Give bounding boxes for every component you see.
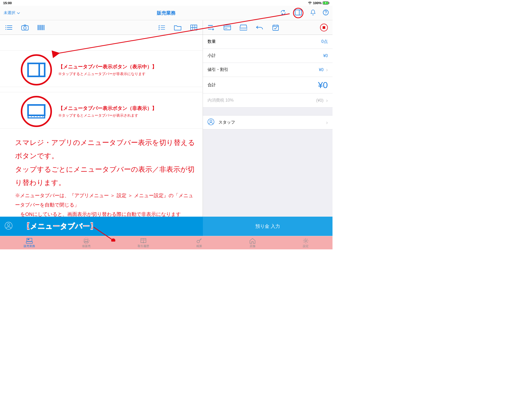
svg-rect-2 [329,2,329,4]
status-time: 15:00 [3,1,12,5]
svg-point-69 [305,240,307,242]
toolbar [0,20,332,35]
svg-point-61 [83,238,89,244]
camera-icon[interactable] [21,24,29,31]
chevron-right-icon: › [326,119,328,125]
undo-icon[interactable] [256,24,263,31]
tabbar-toggle-button[interactable] [293,8,303,18]
add-line-icon[interactable] [208,24,215,31]
deposit-input-button[interactable]: 預り金 入力 [203,217,332,236]
svg-point-46 [31,116,32,117]
bell-icon[interactable] [310,9,316,17]
svg-point-11 [5,27,6,28]
staff-row[interactable]: スタッフ › [203,115,332,129]
tab-label: 店舗 [250,244,255,248]
tab-label: 販売業務 [24,244,35,248]
svg-rect-42 [28,63,45,76]
svg-rect-17 [40,25,41,30]
gear-icon [303,238,309,244]
summary-pane: 数量 0点 小計 ¥0 値引・割引 ¥0 › 合計 ¥0 内消費税 10% (¥… [203,35,332,217]
list-icon[interactable] [5,24,12,31]
nav-category-selector[interactable]: 未選択 [4,10,157,15]
tab-label: 取引履歴 [138,244,149,248]
action-bar-left[interactable]: 【メニュータブバー】 [0,217,203,236]
annotation-title: 【メニュータブバー表示ボタン（表示中）】 [58,63,157,70]
total-value: ¥0 [318,80,328,90]
summary-total-row: 合計 ¥0 [203,77,332,94]
annotation-note: ※タップするとメニュータブバーが非表示になります [58,72,157,76]
tab-store[interactable]: 店舗 [249,238,256,248]
svg-rect-16 [39,25,39,30]
annotation-callout-hidden: 【メニュータブバー表示ボタン（非表示）】 ※タップするとメニュータブバーが表示さ… [21,96,157,127]
svg-rect-45 [28,115,45,118]
summary-discount-row[interactable]: 値引・割引 ¥0 › [203,63,332,77]
svg-rect-62 [85,240,88,241]
nav-category-label: 未選択 [4,10,15,15]
svg-point-47 [34,116,35,117]
wifi-icon [308,1,312,4]
tab-label: 設定 [303,244,309,248]
record-stop-button[interactable] [320,24,328,31]
tab-sales[interactable]: 販売業務 [24,238,35,248]
stop-icon [323,26,325,29]
svg-rect-38 [273,25,278,30]
tab-history[interactable]: 取引履歴 [138,238,149,248]
svg-point-12 [5,29,6,30]
help-icon[interactable] [323,9,329,17]
sync-icon[interactable] [280,9,286,17]
svg-rect-18 [41,25,42,30]
svg-rect-20 [43,25,44,30]
summary-tax-row[interactable]: 内消費税 10% (¥0) › [203,94,332,108]
chevron-right-icon: › [326,97,328,103]
svg-rect-15 [38,25,38,30]
card-icon[interactable] [224,24,231,31]
tab-settings[interactable]: 設定 [303,238,309,248]
annotation-description: スマレジ・アプリのメニュータブバー表示を切り替えるボタンです。 タップするごとに… [15,136,197,219]
tab-label: 精算 [196,244,202,248]
svg-rect-3 [295,10,301,15]
svg-rect-19 [42,25,43,30]
svg-point-14 [24,26,26,29]
tab-label: 仮販売 [82,244,91,248]
summary-subtotal-row: 小計 ¥0 [203,49,332,63]
svg-point-48 [37,116,38,117]
key-icon [196,238,202,244]
checklist-icon[interactable] [158,24,165,31]
svg-rect-59 [26,242,32,243]
drawer-icon[interactable] [240,24,247,31]
svg-point-68 [197,240,200,243]
svg-point-6 [325,14,326,14]
tab-settlement[interactable]: 精算 [196,238,202,248]
summary-qty-row: 数量 0点 [203,35,332,49]
calendar-check-icon[interactable] [272,24,279,31]
svg-rect-13 [22,26,28,30]
annotation-tabbar-label: 【メニュータブバー】 [23,221,97,231]
subtotal-label: 小計 [208,53,216,58]
annotation-ring-shown [21,54,52,85]
action-bar: 【メニュータブバー】 預り金 入力 [0,217,332,236]
svg-rect-34 [224,25,231,30]
svg-rect-63 [84,242,88,243]
annotation-note: ※タップするとメニュータブバーが表示されます [58,113,157,118]
subtotal-value: ¥0 [323,54,328,58]
barcode-icon[interactable] [37,24,45,31]
battery-percent: 100% [313,1,322,5]
svg-point-50 [43,116,43,117]
nav-bar: 未選択 販売業務 [0,6,332,20]
annotation-title: 【メニュータブバー表示ボタン（非表示）】 [58,105,157,112]
svg-point-52 [210,120,212,122]
tax-value: (¥0) [316,98,323,103]
menu-tab-bar: 販売業務 仮販売 取引履歴 精算 店舗 設定 [0,236,332,249]
product-list-pane: 【メニュータブバー表示ボタン（表示中）】 ※タップするとメニュータブバーが非表示… [0,35,203,217]
book-icon [140,238,147,244]
svg-rect-44 [28,105,45,115]
battery-icon [323,1,329,5]
grid-icon[interactable] [190,24,197,31]
svg-point-55 [8,224,10,226]
register-dashed-icon [83,238,90,244]
discount-label: 値引・割引 [208,67,228,72]
tax-label: 内消費税 10% [208,98,234,103]
chevron-down-icon [17,11,20,15]
folder-icon[interactable] [174,24,181,31]
tab-draft-sale[interactable]: 仮販売 [82,238,91,248]
